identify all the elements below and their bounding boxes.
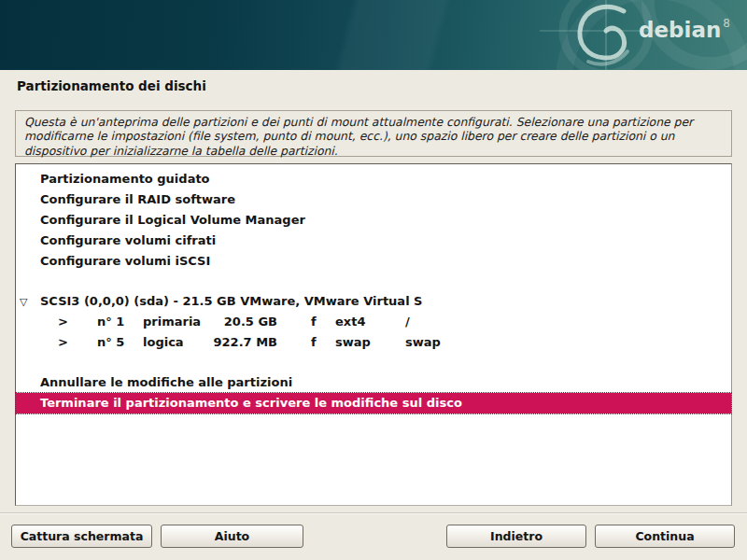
partition-size: 922.7 MB — [203, 335, 277, 349]
partition-flag: f — [311, 315, 317, 329]
partition-list: Partizionamento guidato Configurare il R… — [15, 163, 732, 506]
list-item-finish-partitioning[interactable]: Terminare il partizionamento e scrivere … — [16, 393, 731, 413]
partition-number: n° 1 — [97, 315, 124, 329]
continue-button[interactable]: Continua — [595, 525, 735, 548]
description-text: Questa è un'anteprima delle partizioni e… — [24, 115, 720, 158]
screenshot-button[interactable]: Cattura schermata — [11, 525, 152, 548]
help-button[interactable]: Aiuto — [161, 525, 303, 548]
list-item-partition-5[interactable]: > n° 5 logica 922.7 MB f swap swap — [16, 331, 731, 352]
installer-banner: debian8 — [0, 0, 747, 70]
partition-type: logica — [143, 335, 184, 349]
back-button[interactable]: Indietro — [446, 525, 586, 548]
partition-size: 20.5 GB — [203, 315, 277, 329]
debian-wordmark: debian8 — [639, 18, 728, 42]
list-item-configure-raid[interactable]: Configurare il RAID software — [16, 189, 731, 210]
list-item-configure-iscsi[interactable]: Configurare volumi iSCSI — [16, 250, 731, 271]
partition-flag: f — [311, 335, 317, 349]
list-item-undo-changes[interactable]: Annullare le modifiche alle partizioni — [16, 372, 731, 393]
list-item-configure-encrypted[interactable]: Configurare volumi cifrati — [16, 230, 731, 250]
list-item-partition-1[interactable]: > n° 1 primaria 20.5 GB f ext4 / — [16, 312, 731, 332]
partition-arrow-icon: > — [58, 335, 68, 349]
description-frame: Questa è un'anteprima delle partizioni e… — [15, 110, 732, 157]
footer-separator — [0, 512, 747, 514]
list-item-disk-sda[interactable]: ▽ SCSI3 (0,0,0) (sda) - 21.5 GB VMware, … — [16, 291, 731, 312]
partition-filesystem: swap — [335, 335, 371, 349]
list-item-guided-partitioning[interactable]: Partizionamento guidato — [16, 169, 731, 189]
partition-arrow-icon: > — [58, 315, 68, 329]
partition-type: primaria — [143, 315, 201, 329]
debian-version: 8 — [723, 17, 730, 30]
partition-filesystem: ext4 — [335, 315, 365, 329]
banner-decorations — [0, 0, 747, 70]
list-item-configure-lvm[interactable]: Configurare il Logical Volume Manager — [16, 210, 731, 231]
partition-mountpoint: swap — [405, 335, 441, 349]
expander-triangle-icon[interactable]: ▽ — [20, 295, 27, 307]
partition-mountpoint: / — [405, 315, 410, 329]
list-spacer-row — [16, 352, 731, 372]
partition-number: n° 5 — [97, 335, 124, 349]
list-spacer-row — [16, 271, 731, 291]
page-title: Partizionamento dei dischi — [17, 78, 206, 93]
